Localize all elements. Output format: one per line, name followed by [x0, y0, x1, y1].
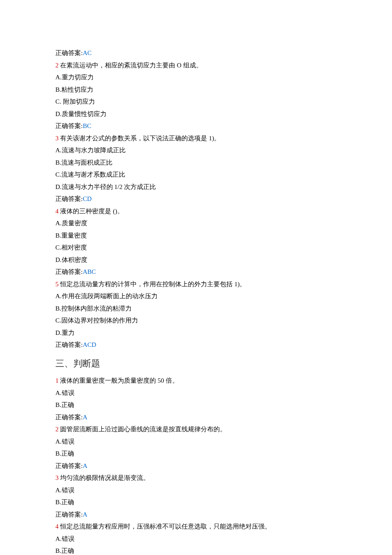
answer-label: 正确答案: — [55, 511, 83, 518]
text-line: B.粘性切应力 — [55, 84, 337, 96]
question-text: 恒定总流能量方程应用时，压强标准不可以任意选取，只能选用绝对压强。 — [59, 523, 271, 530]
answer-value: ABC — [83, 268, 96, 275]
text-line: C. 附加切应力 — [55, 96, 337, 108]
question-text: 液体的三种密度是 ()。 — [59, 208, 124, 215]
answer-label: 正确答案: — [55, 268, 83, 275]
answer-line: 正确答案:A — [55, 509, 337, 521]
question-number: 4 — [55, 523, 59, 530]
answer-line: 正确答案:A — [55, 460, 337, 472]
text-line: B.重量密度 — [55, 230, 337, 242]
question-number: 1 — [55, 377, 59, 384]
question-number: 3 — [55, 474, 59, 481]
question-line: 2 圆管层流断面上沿过圆心垂线的流速是按直线规律分布的。 — [55, 423, 337, 436]
text-line: B.控制体内部水流的粘滞力 — [55, 302, 337, 315]
question-line: 5 恒定总流动量方程的计算中，作用在控制体上的外力主要包括 1)。 — [55, 278, 337, 291]
answer-line: 正确答案:AC — [55, 47, 337, 59]
question-number: 4 — [55, 208, 59, 215]
text-line: A.重力切应力 — [55, 71, 337, 84]
question-line: 1 液体的重量密度一般为质量密度的 50 倍。 — [55, 375, 337, 387]
answer-label: 正确答案: — [55, 414, 83, 421]
section-heading: 三、判断题 — [55, 355, 337, 372]
question-line: 4 恒定总流能量方程应用时，压强标准不可以任意选取，只能选用绝对压强。 — [55, 520, 337, 533]
text-line: C.相对密度 — [55, 241, 337, 254]
answer-label: 正确答案: — [55, 462, 83, 469]
answer-line: 正确答案:BC — [55, 120, 337, 132]
answer-label: 正确答案: — [55, 49, 83, 56]
question-number: 2 — [55, 62, 59, 69]
text-line: D.体积密度 — [55, 254, 337, 266]
text-line: B.正确 — [55, 545, 337, 555]
document-page: 正确答案:AC2 在素流运动中，相应的紊流切应力主要由 O 组成。A.重力切应力… — [0, 0, 392, 555]
question-line: 4 液体的三种密度是 ()。 — [55, 205, 337, 218]
text-line: A.流速与水力坡降成正比 — [55, 144, 337, 157]
answer-value: ACD — [83, 341, 96, 348]
text-line: B.流速与面积成正比 — [55, 157, 337, 169]
answer-line: 正确答案:ABC — [55, 266, 337, 278]
text-line: A.作用在流段两端断面上的动水压力 — [55, 290, 337, 302]
question-number: 2 — [55, 426, 59, 433]
answer-value: A — [83, 414, 87, 421]
question-text: 液体的重量密度一般为质量密度的 50 倍。 — [59, 377, 179, 384]
question-number: 5 — [55, 281, 59, 288]
text-line: C.固体边界对控制体的作用力 — [55, 314, 337, 327]
answer-label: 正确答案: — [55, 122, 83, 129]
answer-line: 正确答案:CD — [55, 193, 337, 205]
answer-value: CD — [83, 195, 92, 202]
question-text: 圆管层流断面上沿过圆心垂线的流速是按直线规律分布的。 — [59, 426, 227, 433]
answer-line: 正确答案:A — [55, 411, 337, 424]
text-line: C.流速与谢才系数成正比 — [55, 169, 337, 181]
question-number: 3 — [55, 135, 59, 142]
text-line: B.正确 — [55, 496, 337, 509]
question-line: 2 在素流运动中，相应的紊流切应力主要由 O 组成。 — [55, 59, 337, 72]
text-line: A.错误 — [55, 533, 337, 545]
text-line: D.质量惯性切应力 — [55, 108, 337, 120]
answer-value: A — [83, 462, 87, 469]
answer-line: 正确答案:ACD — [55, 339, 337, 351]
question-line: 3 均匀流的极限情况就是渐变流。 — [55, 472, 337, 484]
text-line: A.错误 — [55, 484, 337, 497]
answer-value: A — [83, 511, 87, 518]
text-line: D.流速与水力半径的 1/2 次方成正比 — [55, 181, 337, 193]
answer-value: BC — [83, 122, 91, 129]
question-text: 均匀流的极限情况就是渐变流。 — [59, 474, 150, 481]
text-line: D.重力 — [55, 327, 337, 339]
text-line: A.错误 — [55, 436, 337, 448]
question-text: 在素流运动中，相应的紊流切应力主要由 O 组成。 — [59, 62, 202, 69]
question-text: 有关该谢才公式的参数关系，以下说法正确的选项是 1)。 — [59, 135, 221, 142]
text-line: B.正确 — [55, 447, 337, 460]
answer-label: 正确答案: — [55, 341, 83, 348]
text-line: A.质量密度 — [55, 217, 337, 230]
answer-label: 正确答案: — [55, 195, 83, 202]
text-line: A.错误 — [55, 387, 337, 399]
question-text: 恒定总流动量方程的计算中，作用在控制体上的外力主要包括 1)。 — [59, 281, 246, 288]
text-line: B.正确 — [55, 399, 337, 411]
question-line: 3 有关该谢才公式的参数关系，以下说法正确的选项是 1)。 — [55, 132, 337, 145]
answer-value: AC — [83, 49, 92, 56]
